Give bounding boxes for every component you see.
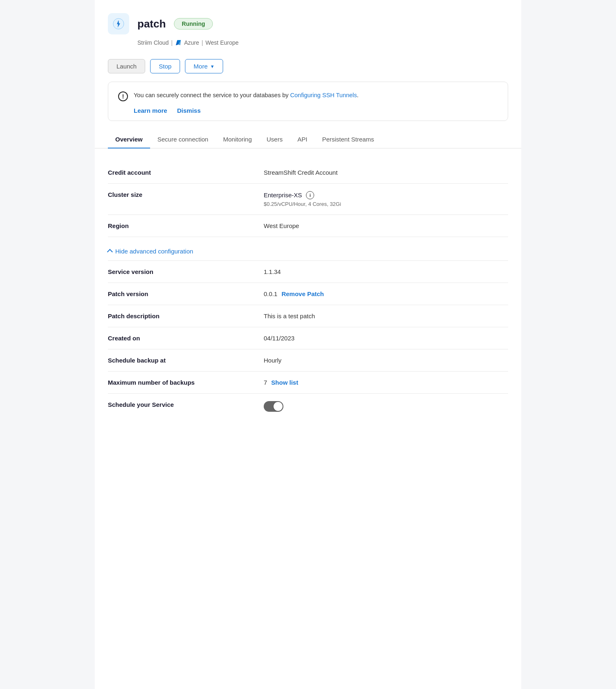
max-backups-value: 7 Show list xyxy=(264,379,298,386)
cluster-size-sub: $0.25/vCPU/Hour, 4 Cores, 32Gi xyxy=(264,201,341,207)
region-row: Region West Europe xyxy=(108,215,508,237)
patch-version-row: Patch version 0.0.1 Remove Patch xyxy=(108,283,508,305)
tab-secure-connection[interactable]: Secure connection xyxy=(150,131,216,148)
action-bar: Launch Stop More ▼ xyxy=(95,54,521,82)
content-area: Credit account StreamShift Credit Accoun… xyxy=(95,148,521,432)
service-version-label: Service version xyxy=(108,268,264,275)
azure-icon xyxy=(175,39,182,46)
service-icon xyxy=(108,13,129,34)
cluster-size-label: Cluster size xyxy=(108,191,264,198)
show-list-button[interactable]: Show list xyxy=(271,379,298,386)
banner-actions: Learn more Dismiss xyxy=(134,107,498,114)
tab-monitoring[interactable]: Monitoring xyxy=(216,131,259,148)
service-version-row: Service version 1.1.34 xyxy=(108,261,508,283)
info-banner: ! You can securely connect the service t… xyxy=(108,82,508,121)
dismiss-button[interactable]: Dismiss xyxy=(177,107,201,114)
launch-button[interactable]: Launch xyxy=(108,59,145,73)
service-subtitle: Striim Cloud | Azure | West Europe xyxy=(137,39,508,46)
info-icon: ! xyxy=(118,91,128,101)
schedule-backup-label: Schedule backup at xyxy=(108,357,264,364)
hide-advanced-button[interactable]: Hide advanced configuration xyxy=(108,244,193,259)
stop-button[interactable]: Stop xyxy=(150,59,180,73)
patch-version-value: 0.0.1 Remove Patch xyxy=(264,290,324,297)
region-value: West Europe xyxy=(264,222,299,229)
tab-api[interactable]: API xyxy=(290,131,315,148)
created-on-label: Created on xyxy=(108,335,264,342)
schedule-backup-value: Hourly xyxy=(264,357,281,364)
tab-users[interactable]: Users xyxy=(259,131,290,148)
status-badge: Running xyxy=(174,18,213,30)
region-label: Region xyxy=(108,222,264,229)
banner-text: You can securely connect the service to … xyxy=(134,91,358,100)
schedule-backup-row: Schedule backup at Hourly xyxy=(108,349,508,371)
max-backups-row: Maximum number of backups 7 Show list xyxy=(108,372,508,393)
service-version-value: 1.1.34 xyxy=(264,268,281,275)
credit-account-label: Credit account xyxy=(108,169,264,176)
max-backups-label: Maximum number of backups xyxy=(108,379,264,386)
credit-account-row: Credit account StreamShift Credit Accoun… xyxy=(108,162,508,183)
chevron-down-icon: ▼ xyxy=(210,64,214,69)
cluster-size-value: Enterprise-XS i $0.25/vCPU/Hour, 4 Cores… xyxy=(264,191,341,207)
more-button[interactable]: More ▼ xyxy=(185,59,223,73)
tabs: Overview Secure connection Monitoring Us… xyxy=(95,131,521,148)
schedule-service-row: Schedule your Service xyxy=(108,394,508,419)
ssh-tunnels-link[interactable]: Configuring SSH Tunnels xyxy=(290,92,357,98)
patch-version-label: Patch version xyxy=(108,290,264,297)
service-name: patch xyxy=(137,18,166,30)
created-on-value: 04/11/2023 xyxy=(264,335,294,342)
schedule-service-toggle xyxy=(264,401,283,412)
cluster-size-info-icon[interactable]: i xyxy=(306,191,314,199)
schedule-service-toggle-switch[interactable] xyxy=(264,401,283,412)
chevron-up-icon xyxy=(107,249,113,254)
credit-account-value: StreamShift Credit Account xyxy=(264,169,338,176)
learn-more-button[interactable]: Learn more xyxy=(134,107,167,114)
tab-persistent-streams[interactable]: Persistent Streams xyxy=(315,131,381,148)
patch-description-value: This is a test patch xyxy=(264,313,315,319)
tab-overview[interactable]: Overview xyxy=(108,131,150,148)
patch-description-label: Patch description xyxy=(108,313,264,319)
cluster-size-row: Cluster size Enterprise-XS i $0.25/vCPU/… xyxy=(108,184,508,214)
patch-description-row: Patch description This is a test patch xyxy=(108,305,508,327)
schedule-service-label: Schedule your Service xyxy=(108,401,264,408)
created-on-row: Created on 04/11/2023 xyxy=(108,327,508,349)
remove-patch-button[interactable]: Remove Patch xyxy=(281,290,324,297)
advanced-config-section: Hide advanced configuration xyxy=(108,237,508,260)
